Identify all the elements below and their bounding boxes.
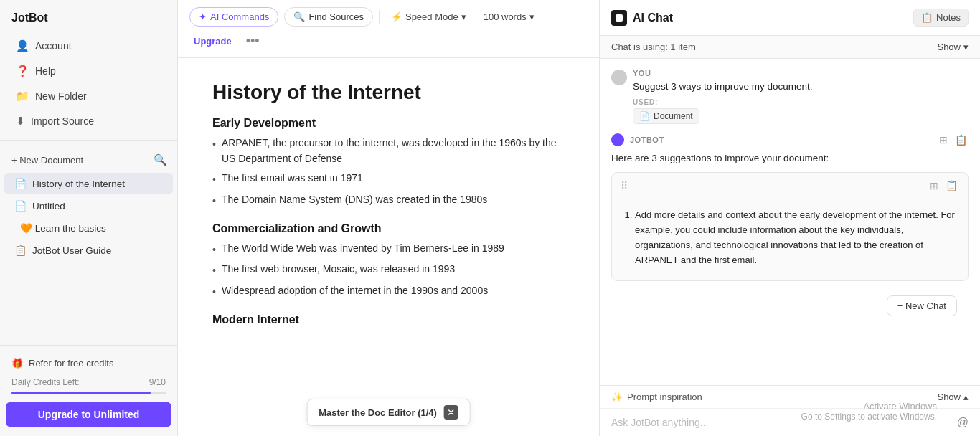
refer-credits-label: Refer for free credits	[29, 358, 114, 369]
list-item: • The first email was sent in 1971	[212, 171, 565, 188]
jotbot-avatar	[611, 133, 624, 146]
list-item: • The World Wide Web was invented by Tim…	[212, 241, 565, 258]
copy-message-button[interactable]: ⊞	[938, 133, 949, 147]
sidebar-item-label: New Folder	[35, 90, 87, 102]
clone-message-button[interactable]: 📋	[953, 133, 969, 147]
sidebar-item-import-source[interactable]: ⬇ Import Source	[4, 109, 173, 133]
sidebar-item-label: Import Source	[31, 115, 94, 127]
sidebar-item-new-folder[interactable]: 📁 New Folder	[4, 84, 173, 108]
chat-context-bar: Chat is using: 1 item Show ▾	[600, 36, 980, 59]
bullet-icon: •	[212, 242, 216, 258]
context-text: Chat is using: 1 item	[611, 42, 696, 52]
upgrade-button[interactable]: Upgrade to Unlimited	[6, 402, 171, 427]
notes-icon: 📋	[921, 12, 933, 23]
credits-bar-fill	[11, 392, 151, 394]
notes-button[interactable]: 📋 Notes	[913, 9, 969, 27]
credits-bar-background	[11, 392, 166, 394]
section-heading-modern: Modern Internet	[212, 313, 565, 326]
ai-commands-button[interactable]: ✦ AI Commands	[189, 7, 278, 27]
doc-item-user-guide[interactable]: 📋 JotBot User Guide	[4, 240, 173, 261]
credits-value: 9/10	[149, 377, 166, 387]
credits-row: Daily Credits Left: 9/10	[6, 374, 171, 389]
folder-icon: 📁	[16, 90, 29, 103]
prompt-inspiration-bar: ✨ Prompt inspiration Show ▴	[600, 386, 980, 409]
doc-item-untitled[interactable]: 📄 Untitled	[4, 195, 173, 217]
drag-handle-icon[interactable]: ⠿	[621, 180, 628, 191]
chevron-down-icon: ▾	[963, 42, 969, 52]
toolbar-separator	[379, 10, 380, 24]
jotbot-label: JOTBOT	[630, 136, 664, 144]
ai-chat-icon	[611, 10, 627, 26]
word-count-dropdown[interactable]: 100 words ▾	[478, 9, 540, 25]
document-badge: 📄 Document	[633, 108, 699, 124]
suggestion-box-body: Add more details and context about the e…	[612, 199, 968, 280]
new-document-button[interactable]: + New Document	[7, 152, 88, 169]
document-list: 📄 History of the Internet 📄 Untitled 🧡 L…	[0, 172, 177, 345]
doc-icon: 📄	[14, 178, 27, 189]
doc-item-history[interactable]: 📄 History of the Internet	[4, 173, 173, 194]
editor-toolbar: ✦ AI Commands 🔍 Find Sources ⚡ Speed Mod…	[178, 0, 599, 58]
search-docs-button[interactable]: 🔍	[151, 151, 170, 169]
message-actions: ⊞ 📋	[938, 133, 969, 147]
bullet-icon: •	[212, 137, 216, 153]
chat-input-row: @	[600, 409, 980, 436]
help-icon: ❓	[16, 65, 29, 77]
inspiration-icon: ✨	[611, 392, 623, 402]
sidebar-item-help[interactable]: ❓ Help	[4, 59, 173, 83]
upgrade-link[interactable]: Upgrade	[189, 33, 236, 49]
show-inspiration-button[interactable]: Show ▴	[937, 392, 969, 402]
you-label: YOU	[633, 69, 813, 77]
list-item: • The first web browser, Mosaic, was rel…	[212, 262, 565, 279]
credits-label: Daily Credits Left:	[11, 377, 80, 387]
speed-mode-dropdown[interactable]: ⚡ Speed Mode ▾	[385, 9, 472, 25]
copy-suggestion-button[interactable]: ⊞	[928, 179, 940, 193]
svg-rect-0	[616, 14, 623, 22]
app-logo: JotBot	[0, 0, 177, 33]
jotbot-message: JOTBOT ⊞ 📋 Here are 3 suggestions to imp…	[611, 133, 969, 281]
sidebar-item-label: Help	[35, 65, 56, 77]
chat-panel: AI Chat 📋 Notes Chat is using: 1 item Sh…	[600, 0, 980, 436]
chat-input[interactable]	[611, 417, 951, 428]
more-options-button[interactable]: •••	[242, 32, 264, 50]
lightning-icon: ⚡	[391, 11, 402, 22]
doc-badge-icon: 📄	[639, 111, 650, 121]
master-bar-label: Master the Doc Editor (1/4)	[319, 407, 437, 418]
new-chat-button[interactable]: + New Chat	[887, 295, 957, 316]
suggestion-item: Add more details and context about the e…	[635, 208, 956, 267]
chevron-up-icon: ▴	[963, 392, 969, 402]
jotbot-message-header: JOTBOT ⊞ 📋	[611, 133, 969, 147]
sparkle-icon: ✦	[199, 11, 207, 22]
doc-icon: 📄	[14, 200, 27, 212]
suggestion-box-header: ⠿ ⊞ 📋	[612, 173, 968, 199]
doc-item-label: History of the Internet	[32, 179, 125, 189]
user-message-text: Suggest 3 ways to improve my document.	[633, 80, 813, 94]
doc-item-label: 🧡 Learn the basics	[20, 222, 106, 234]
clone-suggestion-button[interactable]: 📋	[944, 179, 959, 193]
doc-item-learn-basics[interactable]: 🧡 Learn the basics	[4, 217, 173, 239]
bullet-icon: •	[212, 263, 216, 279]
master-bar-close-button[interactable]	[444, 405, 458, 420]
editor-content[interactable]: History of the Internet Early Developmen…	[178, 58, 599, 436]
suggestion-box: ⠿ ⊞ 📋 Add more details and context about…	[611, 172, 969, 281]
master-bar[interactable]: Master the Doc Editor (1/4)	[306, 399, 471, 426]
user-avatar	[611, 70, 627, 85]
sidebar-item-label: Account	[35, 40, 72, 52]
account-icon: 👤	[16, 39, 29, 52]
prompt-inspiration-label: ✨ Prompt inspiration	[611, 392, 702, 402]
chevron-down-icon: ▾	[529, 11, 534, 22]
show-context-button[interactable]: Show ▾	[937, 42, 969, 52]
list-item: • Widespread adoption of the internet in…	[212, 283, 565, 300]
suggestion-box-actions: ⊞ 📋	[928, 179, 959, 193]
doc-item-label: Untitled	[32, 201, 65, 212]
chat-title: AI Chat	[611, 10, 673, 26]
at-icon[interactable]: @	[957, 416, 969, 429]
chat-messages: YOU Suggest 3 ways to improve my documen…	[600, 59, 980, 385]
refer-credits-button[interactable]: 🎁 Refer for free credits	[6, 353, 171, 374]
sidebar-bottom: 🎁 Refer for free credits Daily Credits L…	[0, 345, 177, 436]
sidebar-item-account[interactable]: 👤 Account	[4, 34, 173, 58]
find-sources-button[interactable]: 🔍 Find Sources	[284, 7, 373, 27]
chat-header: AI Chat 📋 Notes	[600, 0, 980, 36]
list-item: • ARPANET, the precursor to the internet…	[212, 136, 565, 166]
editor-area: ✦ AI Commands 🔍 Find Sources ⚡ Speed Mod…	[178, 0, 600, 436]
sidebar-divider	[0, 140, 177, 141]
